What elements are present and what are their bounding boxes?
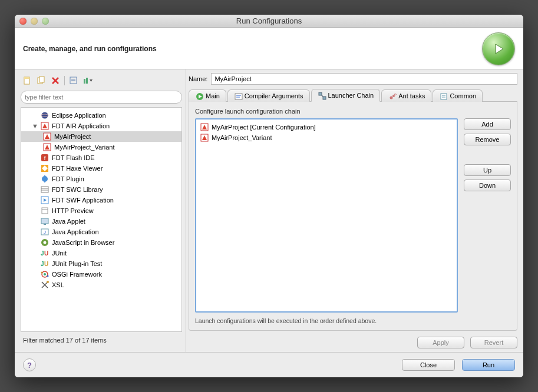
svg-point-39	[44, 241, 47, 244]
tree-item-label: Java Applet	[52, 218, 85, 225]
air-icon	[200, 122, 209, 132]
svg-rect-57	[323, 97, 326, 99]
tab-label: Compiler Arguments	[245, 92, 303, 99]
config-tree[interactable]: Eclipse Application▼FDT AIR ApplicationM…	[21, 107, 182, 332]
chain-list[interactable]: MyAirProject [Current Configuration]MyAi…	[195, 118, 458, 313]
tab-ant-tasks[interactable]: Ant tasks	[381, 89, 431, 102]
air-icon	[200, 133, 209, 142]
junit-icon: JU	[40, 248, 49, 258]
tree-item-label: FDT SWC Library	[52, 186, 103, 193]
svg-line-58	[322, 95, 323, 97]
tree-item[interactable]: JJava Application	[21, 227, 181, 237]
java-icon: J	[40, 227, 49, 237]
tab-compiler-arguments[interactable]: Compiler Arguments	[227, 89, 310, 102]
chain-item[interactable]: MyAirProject [Current Configuration]	[196, 122, 457, 132]
tree-item[interactable]: XSL	[21, 280, 181, 290]
collapse-all-icon[interactable]	[68, 75, 79, 86]
tab-common[interactable]: Common	[433, 89, 483, 102]
add-button[interactable]: Add	[464, 118, 511, 130]
tab-main[interactable]: Main	[189, 89, 226, 102]
svg-text:U: U	[44, 250, 48, 257]
name-input[interactable]	[211, 73, 517, 85]
down-button[interactable]: Down	[464, 180, 511, 191]
tree-item[interactable]: Java Applet	[21, 216, 181, 227]
air-icon	[42, 132, 52, 141]
svg-rect-53	[235, 94, 242, 99]
disclosure-icon[interactable]: ▼	[32, 122, 38, 129]
svg-text:J: J	[44, 230, 46, 235]
svg-text:J: J	[41, 261, 44, 267]
filter-menu-icon[interactable]	[82, 75, 93, 86]
svg-rect-2	[24, 77, 29, 79]
green-circle-icon	[195, 92, 203, 100]
window-title: Run Configurations	[15, 16, 523, 25]
tree-item[interactable]: HTTP Preview	[21, 205, 181, 216]
tree-item[interactable]: FDT Plugin	[21, 174, 181, 184]
chain-icon	[318, 91, 326, 99]
air-icon	[40, 121, 49, 131]
tree-item[interactable]: ▼FDT AIR Application	[21, 121, 181, 131]
tree-item[interactable]: FDT SWF Application	[21, 195, 181, 205]
order-note: Launch configurations will be executed i…	[195, 317, 511, 324]
dialog-footer: ? Close Run	[15, 352, 523, 377]
xsl-icon	[40, 280, 49, 290]
tree-item[interactable]: fFDT Flash IDE	[21, 152, 181, 163]
air-icon	[42, 142, 52, 152]
svg-text:U: U	[44, 261, 48, 267]
svg-rect-63	[441, 94, 447, 99]
tree-item-label: FDT AIR Application	[52, 122, 110, 129]
chain-item-label: MyAirProject [Current Configuration]	[212, 124, 316, 131]
svg-marker-11	[90, 79, 93, 82]
duplicate-config-icon[interactable]	[36, 75, 47, 86]
flash-icon: f	[40, 153, 49, 162]
tab-launcher-chain[interactable]: Launcher Chain	[311, 89, 381, 102]
svg-rect-9	[84, 79, 85, 84]
config-toolbar	[21, 73, 182, 88]
args-icon	[234, 92, 242, 100]
help-button[interactable]: ?	[23, 358, 36, 371]
remove-button[interactable]: Remove	[464, 134, 511, 145]
http-icon	[40, 206, 49, 215]
tree-item[interactable]: FDT SWC Library	[21, 184, 181, 195]
tree-item-label: JavaScript in Browser	[52, 239, 114, 246]
junit-plugin-icon: JU	[40, 259, 49, 268]
revert-button[interactable]: Revert	[470, 337, 517, 348]
tree-item[interactable]: JUJUnit Plug-in Test	[21, 258, 181, 269]
tree-item-label: JUnit	[52, 250, 67, 257]
haxe-icon	[40, 164, 49, 173]
tree-item[interactable]: FDT Haxe Viewer	[21, 163, 181, 174]
eclipse-icon	[40, 111, 49, 120]
filter-input[interactable]	[21, 91, 182, 104]
tree-item-label: JUnit Plug-in Test	[52, 260, 102, 267]
tree-item-label: XSL	[52, 281, 64, 288]
tree-item[interactable]: JavaScript in Browser	[21, 237, 181, 248]
svg-text:J: J	[41, 250, 44, 257]
name-label: Name:	[189, 75, 207, 82]
run-button[interactable]: Run	[462, 359, 515, 371]
tree-item-label: Java Application	[52, 228, 99, 235]
svg-rect-34	[41, 218, 48, 224]
tree-item[interactable]: OSGi Framework	[21, 269, 181, 280]
svg-rect-10	[86, 78, 88, 84]
filter-status: Filter matched 17 of 17 items	[21, 332, 182, 348]
tree-item-label: OSGi Framework	[52, 271, 102, 278]
launcher-chain-group: Configure launch configuration chain MyA…	[189, 102, 517, 331]
new-config-icon[interactable]	[22, 75, 32, 86]
swf-icon	[40, 195, 49, 205]
svg-rect-27	[41, 187, 48, 192]
configurations-panel: Eclipse Application▼FDT AIR ApplicationM…	[15, 69, 186, 352]
tree-item[interactable]: JUJUnit	[21, 248, 181, 258]
delete-config-icon[interactable]	[50, 75, 61, 86]
tree-item[interactable]: Eclipse Application	[21, 110, 181, 121]
up-button[interactable]: Up	[464, 164, 511, 176]
svg-point-59	[390, 97, 393, 99]
close-button[interactable]: Close	[402, 359, 455, 371]
tree-item[interactable]: MyAirProject	[21, 131, 181, 142]
tree-item-label: MyAirProject_Variant	[54, 144, 115, 151]
svg-rect-32	[42, 208, 48, 214]
chain-item[interactable]: MyAirProject_Variant	[196, 132, 457, 143]
dialog-header: Create, manage, and run configurations	[15, 28, 523, 69]
tree-item[interactable]: MyAirProject_Variant	[21, 142, 181, 152]
svg-point-12	[42, 112, 48, 119]
apply-button[interactable]: Apply	[417, 337, 464, 348]
